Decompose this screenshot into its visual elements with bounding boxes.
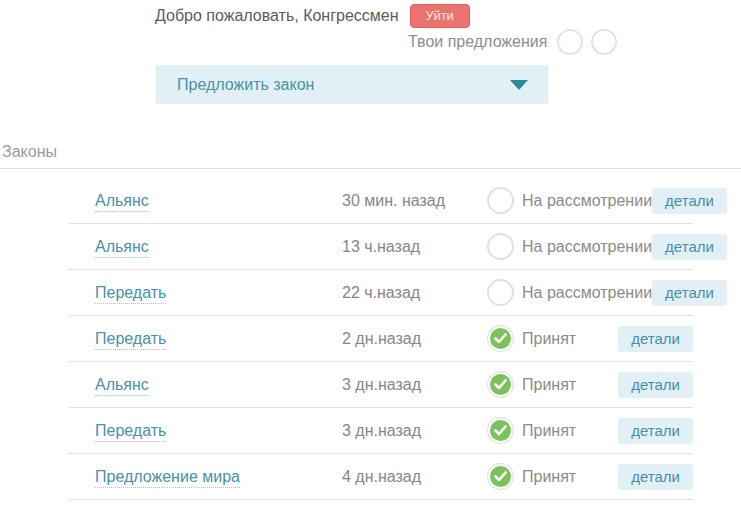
law-name-cell: Передать [68,422,342,440]
status-pending-circle-icon [487,233,514,260]
status-accepted-check-icon [487,463,514,490]
law-time: 13 ч.назад [342,238,487,256]
law-status: На рассмотрении [487,233,652,260]
law-name-link[interactable]: Альянс [95,238,149,258]
law-name-cell: Передать [68,284,342,302]
law-status-text: Принят [522,330,576,348]
law-name-cell: Альянс [68,192,342,210]
law-status: Принят [487,371,618,398]
law-time: 4 дн.назад [342,468,487,486]
law-row: Альянс 3 дн.назад Принят детали [68,362,693,408]
section-divider [0,168,741,169]
law-status-text: На рассмотрении [522,192,652,210]
law-name-cell: Альянс [68,376,342,394]
law-time: 30 мин. назад [342,192,487,210]
status-accepted-check-icon [487,417,514,444]
caret-down-icon [510,80,528,90]
welcome-row: Добро пожаловать, Конгрессмен Уйти [155,4,470,28]
law-status: Принят [487,463,618,490]
status-accepted-check-icon [487,371,514,398]
status-pending-circle-icon [487,279,514,306]
law-status-text: Принят [522,376,576,394]
law-status: На рассмотрении [487,279,652,306]
law-name-cell: Передать [68,330,342,348]
law-name-link[interactable]: Передать [95,422,166,442]
law-status-text: На рассмотрении [522,284,652,302]
law-status: Принят [487,325,618,352]
law-name-link[interactable]: Альянс [95,376,149,396]
your-proposals-label: Твои предложения [408,33,547,51]
law-row: Передать 2 дн.назад Принят детали [68,316,693,362]
details-button[interactable]: детали [618,326,693,352]
law-time: 2 дн.назад [342,330,487,348]
law-time: 3 дн.назад [342,422,487,440]
law-name-link[interactable]: Передать [95,330,166,350]
law-name-cell: Предложение мира [68,468,342,486]
law-status-text: Принят [522,468,576,486]
welcome-text: Добро пожаловать, Конгрессмен [155,7,399,25]
details-button[interactable]: детали [618,418,693,444]
laws-table: Альянс 30 мин. назад На рассмотрении дет… [68,178,693,500]
law-row: Альянс 13 ч.назад На рассмотрении детали [68,224,693,270]
proposal-slot-icon[interactable] [591,29,617,55]
laws-section-title: Законы [2,143,57,161]
law-time: 22 ч.назад [342,284,487,302]
details-button[interactable]: детали [652,280,727,306]
status-accepted-check-icon [487,325,514,352]
law-name-link[interactable]: Альянс [95,192,149,212]
your-proposals-row: Твои предложения [408,29,617,55]
law-row: Передать 3 дн.назад Принят детали [68,408,693,454]
law-status: На рассмотрении [487,187,652,214]
law-name-link[interactable]: Предложение мира [95,468,240,488]
details-button[interactable]: детали [618,464,693,490]
law-name-link[interactable]: Передать [95,284,166,304]
details-button[interactable]: детали [652,234,727,260]
law-row: Предложение мира 4 дн.назад Принят детал… [68,454,693,500]
status-pending-circle-icon [487,187,514,214]
law-row: Передать 22 ч.назад На рассмотрении дета… [68,270,693,316]
law-status: Принят [487,417,618,444]
law-status-text: На рассмотрении [522,238,652,256]
law-status-text: Принят [522,422,576,440]
propose-law-dropdown[interactable]: Предложить закон [156,65,548,104]
logout-button[interactable]: Уйти [410,4,470,28]
law-time: 3 дн.назад [342,376,487,394]
proposal-slot-icon[interactable] [557,29,583,55]
details-button[interactable]: детали [652,188,727,214]
law-name-cell: Альянс [68,238,342,256]
propose-law-label: Предложить закон [177,76,314,94]
details-button[interactable]: детали [618,372,693,398]
law-row: Альянс 30 мин. назад На рассмотрении дет… [68,178,693,224]
